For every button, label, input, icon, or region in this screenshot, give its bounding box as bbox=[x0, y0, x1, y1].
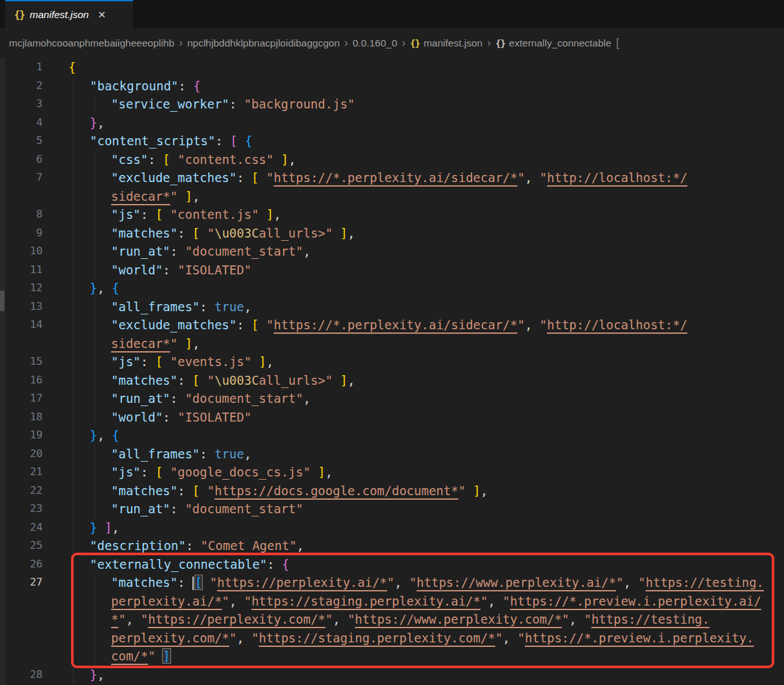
code-line[interactable]: 6"css": [ "content.css" ], bbox=[0, 150, 784, 169]
token: : bbox=[163, 263, 178, 277]
token: "run_at" bbox=[111, 502, 170, 516]
token: "externally_connectable" bbox=[90, 557, 267, 571]
editor-code-area[interactable]: 1{2"background": {3"service_worker": "ba… bbox=[0, 58, 784, 685]
line-number: 14 bbox=[0, 316, 59, 334]
breadcrumb-item-npclhjbddhklpbnacpjloidibaggcgon[interactable]: npclhjbddhklpbnacpjloidibaggcgon bbox=[187, 37, 340, 49]
breadcrumb-item-label: npclhjbddhklpbnacpjloidibaggcgon bbox=[187, 37, 340, 49]
line-number: 23 bbox=[0, 500, 59, 518]
token: : bbox=[178, 575, 192, 589]
code-line[interactable]: 20"all_frames": true, bbox=[0, 445, 784, 464]
token: : bbox=[148, 152, 163, 167]
code-line[interactable]: com/*" ] bbox=[0, 647, 784, 666]
code-line[interactable]: 21"js": [ "google_docs_cs.js" ], bbox=[0, 463, 784, 482]
token: , bbox=[112, 520, 119, 535]
tab-close-icon[interactable]: ✕ bbox=[98, 9, 106, 21]
code-line[interactable]: 24} ], bbox=[0, 518, 784, 537]
code-line[interactable]: 16"matches": [ "\u003Call_urls>" ], bbox=[0, 371, 784, 390]
code-line[interactable]: 11"world": "ISOLATED" bbox=[0, 261, 784, 280]
breadcrumb-item-mcjlamohcooanphmebaiigheeeoplihb[interactable]: mcjlamohcooanphmebaiigheeeoplihb bbox=[9, 37, 174, 49]
token: perplexity.com/* bbox=[111, 631, 229, 645]
code-line[interactable]: 10"run_at": "document_start", bbox=[0, 242, 784, 261]
tab-manifest-json[interactable]: {} manifest.json ✕ bbox=[5, 0, 133, 28]
token: : bbox=[178, 226, 192, 240]
token: https://perplexity.com/* bbox=[148, 612, 325, 626]
token: \u003C bbox=[214, 226, 259, 240]
breadcrumb-item-manifest.json[interactable]: {}manifest.json bbox=[410, 37, 482, 49]
code-line[interactable]: perplexity.com/*", "https://staging.perp… bbox=[0, 629, 784, 648]
code-line[interactable]: 25"description": "Comet Agent", bbox=[0, 537, 784, 555]
token: * bbox=[111, 612, 118, 626]
code-line[interactable]: sidecar*" ], bbox=[0, 334, 784, 353]
token: " bbox=[387, 575, 394, 589]
code-line[interactable]: 9"matches": [ "\u003Call_urls>" ], bbox=[0, 224, 784, 243]
breadcrumb-item-externally_connectable[interactable]: {}externally_connectable bbox=[495, 37, 611, 49]
token: : bbox=[267, 557, 282, 571]
code-line[interactable]: 12}, { bbox=[0, 279, 784, 298]
token: "matches" bbox=[111, 373, 178, 387]
token bbox=[333, 226, 340, 240]
code-line[interactable]: 3"service_worker": "background.js" bbox=[0, 95, 784, 114]
token: , bbox=[97, 116, 104, 130]
token: : bbox=[141, 465, 156, 479]
code-line[interactable]: 28}, bbox=[0, 666, 784, 684]
code-line-text: { bbox=[59, 58, 784, 77]
sidebar-resize-handle[interactable] bbox=[0, 291, 5, 311]
token bbox=[466, 484, 473, 498]
code-line[interactable]: 27"matches": [ "https://perplexity.ai/*"… bbox=[0, 573, 784, 592]
token: "document_start" bbox=[185, 244, 303, 258]
code-line[interactable]: 18"world": "ISOLATED" bbox=[0, 408, 784, 427]
token: "js" bbox=[111, 354, 141, 369]
token: , bbox=[325, 465, 333, 479]
token: ] bbox=[259, 354, 266, 369]
breadcrumb-item-0.0.160_0[interactable]: 0.0.160_0 bbox=[353, 37, 397, 49]
code-line[interactable]: 5"content_scripts": [ { bbox=[0, 132, 784, 150]
breadcrumb-item-label: 0.0.160_0 bbox=[353, 37, 397, 49]
breadcrumb-item-label: externally_connectable bbox=[509, 37, 612, 49]
token: \u003C bbox=[214, 373, 259, 387]
code-line[interactable]: 23"run_at": "document_start" bbox=[0, 500, 784, 518]
code-line[interactable]: 7"exclude_matches": [ "https://*.perplex… bbox=[0, 169, 784, 187]
token: : bbox=[141, 354, 156, 369]
token: perplexity.ai/* bbox=[111, 594, 222, 608]
code-line[interactable]: 14"exclude_matches": [ "https://*.perple… bbox=[0, 316, 784, 334]
line-number bbox=[0, 647, 59, 666]
code-line[interactable]: 1{ bbox=[0, 58, 784, 77]
token: , bbox=[480, 484, 488, 498]
token: " bbox=[170, 189, 178, 203]
token: , bbox=[347, 373, 355, 387]
token: , bbox=[525, 318, 540, 332]
code-line[interactable]: 8"js": [ "content.js" ], bbox=[0, 205, 784, 224]
code-line[interactable]: perplexity.ai/*", "https://staging.perpl… bbox=[0, 592, 784, 611]
code-line-text: "description": "Comet Agent", bbox=[59, 537, 784, 555]
code-line[interactable]: *", "https://perplexity.com/*", "https:/… bbox=[0, 610, 784, 629]
line-number bbox=[0, 187, 59, 206]
line-number: 5 bbox=[0, 132, 59, 150]
token: { bbox=[282, 557, 289, 571]
token: , bbox=[229, 594, 244, 608]
code-line[interactable]: 13"all_frames": true, bbox=[0, 298, 784, 316]
code-line[interactable]: 15"js": [ "events.js" ], bbox=[0, 353, 784, 371]
breadcrumb-separator-icon: › bbox=[179, 36, 183, 50]
breadcrumb-separator-icon: › bbox=[402, 36, 406, 50]
token: , bbox=[97, 428, 112, 442]
token: "css" bbox=[111, 152, 148, 167]
code-line[interactable]: sidecar*" ], bbox=[0, 187, 784, 206]
code-line[interactable]: 26"externally_connectable": { bbox=[0, 555, 784, 574]
code-line[interactable]: 2"background": { bbox=[0, 77, 784, 96]
line-number: 7 bbox=[0, 169, 59, 187]
token: " bbox=[517, 631, 524, 645]
token: "google_docs_cs.js" bbox=[170, 465, 311, 479]
code-line[interactable]: 22"matches": [ "https://docs.google.com/… bbox=[0, 482, 784, 500]
code-line[interactable]: 17"run_at": "document_start", bbox=[0, 389, 784, 408]
token: : bbox=[170, 391, 185, 405]
code-line-text: "js": [ "google_docs_cs.js" ], bbox=[59, 463, 784, 482]
token: "document_start" bbox=[185, 502, 303, 516]
token: } bbox=[90, 668, 97, 682]
code-line-text: "exclude_matches": [ "https://*.perplexi… bbox=[59, 316, 784, 334]
code-line[interactable]: 19}, { bbox=[0, 426, 784, 445]
token: , bbox=[333, 612, 347, 626]
token bbox=[333, 373, 340, 387]
code-line-text: "matches": [ "https://perplexity.ai/*", … bbox=[59, 573, 784, 592]
code-line[interactable]: 4}, bbox=[0, 114, 784, 132]
token: " bbox=[584, 612, 591, 626]
